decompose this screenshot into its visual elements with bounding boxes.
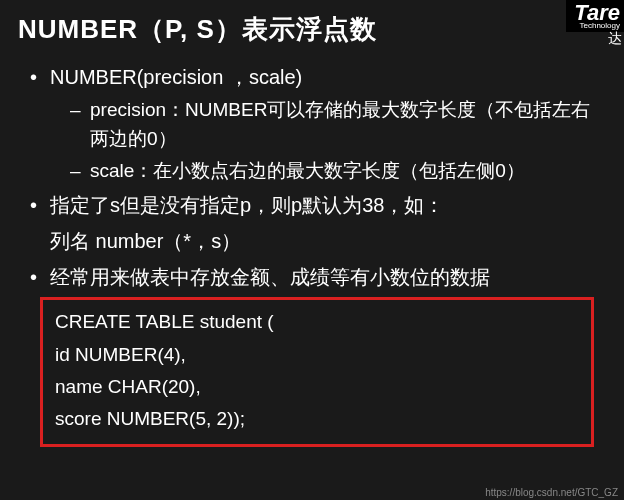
bullet-2: 指定了s但是没有指定p，则p默认为38，如： — [26, 189, 606, 221]
watermark: https://blog.csdn.net/GTC_GZ — [485, 487, 618, 498]
bullet-3: 经常用来做表中存放金额、成绩等有小数位的数据 — [26, 261, 606, 293]
bullet-1-sub-1: precision：NUMBER可以存储的最大数字长度（不包括左右两边的0） — [70, 95, 606, 154]
code-box: CREATE TABLE student ( id NUMBER(4), nam… — [40, 297, 594, 446]
brand-logo: Tare Technology — [566, 0, 624, 32]
bullet-2-example: 列名 number（*，s） — [18, 225, 606, 257]
bullet-1-sub-2: scale：在小数点右边的最大数字长度（包括左侧0） — [70, 156, 606, 185]
logo-sub: 达 — [608, 30, 622, 48]
bullet-list: NUMBER(precision ，scale) precision：NUMBE… — [18, 61, 606, 221]
slide: Tare Technology 达 NUMBER（P, S）表示浮点数 NUMB… — [0, 0, 624, 459]
code-line-3: name CHAR(20), — [55, 371, 579, 403]
code-line-1: CREATE TABLE student ( — [55, 306, 579, 338]
bullet-1-text: NUMBER(precision ，scale) — [50, 66, 302, 88]
code-line-2: id NUMBER(4), — [55, 339, 579, 371]
bullet-1: NUMBER(precision ，scale) precision：NUMBE… — [26, 61, 606, 185]
bullet-1-sublist: precision：NUMBER可以存储的最大数字长度（不包括左右两边的0） s… — [50, 95, 606, 185]
code-line-4: score NUMBER(5, 2)); — [55, 403, 579, 435]
bullet-list-2: 经常用来做表中存放金额、成绩等有小数位的数据 — [18, 261, 606, 293]
logo-small: Technology — [574, 22, 620, 30]
slide-title: NUMBER（P, S）表示浮点数 — [18, 12, 606, 47]
